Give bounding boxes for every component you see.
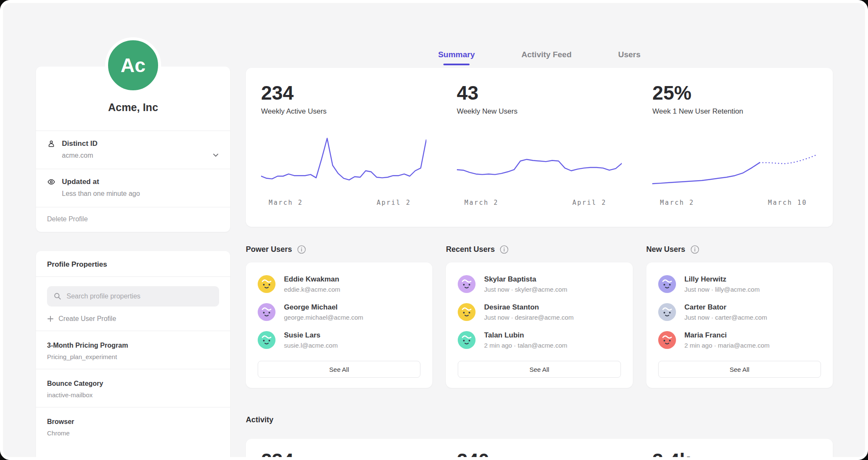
- user-name: Susie Lars: [284, 331, 338, 340]
- user-name: Eddie Kwakman: [284, 275, 340, 284]
- activity-card: 234 240 3.4k: [246, 439, 833, 460]
- x-axis-tick: March 2: [269, 199, 303, 206]
- user-avatar: [458, 303, 476, 321]
- activity-stat-column: 240: [442, 439, 637, 460]
- property-value: inactive-mailbox: [47, 391, 219, 399]
- field-label: Distinct ID: [62, 139, 97, 148]
- user-avatar: [458, 331, 476, 349]
- user-list-item[interactable]: Eddie Kwakman eddie.k@acme.com: [258, 275, 420, 293]
- chevron-down-icon[interactable]: [212, 152, 219, 159]
- property-value: Chrome: [47, 429, 219, 437]
- section-recent-users: Recent Users Skylar Baptista Just now · …: [446, 245, 632, 388]
- tab-bar: SummaryActivity FeedUsers: [246, 50, 833, 65]
- activity-stat-value: 234: [261, 451, 426, 460]
- plus-icon: [47, 315, 54, 322]
- user-list-item[interactable]: Maria Franci 2 min ago · maria@acme.com: [658, 331, 821, 349]
- delete-profile-button[interactable]: Delete Profile: [36, 207, 230, 232]
- x-axis-tick: March 10: [768, 199, 807, 206]
- eye-icon: [47, 178, 56, 186]
- stat-week-1-new-user-retention: 25% Week 1 New User Retention March 2 Ma…: [637, 68, 833, 227]
- stat-label: Weekly New Users: [457, 107, 622, 116]
- user-detail: 2 min ago · talan@acme.com: [484, 342, 567, 349]
- tab-activity-feed[interactable]: Activity Feed: [521, 50, 571, 65]
- x-axis-tick: March 2: [465, 199, 499, 206]
- user-name: Maria Franci: [684, 331, 770, 340]
- user-avatar: [258, 331, 275, 349]
- activity-title: Activity: [246, 415, 833, 424]
- stat-value: 234: [261, 83, 426, 103]
- section-title: Recent Users: [446, 245, 495, 254]
- company-profile-card: Ac Acme, Inc Distinct ID acme.com Update…: [36, 67, 230, 232]
- user-list-item[interactable]: Lilly Herwitz Just now · lilly@acme.com: [658, 275, 821, 293]
- section-title: Power Users: [246, 245, 292, 254]
- info-icon[interactable]: [500, 245, 509, 254]
- x-axis-tick: April 2: [377, 199, 411, 206]
- property-row[interactable]: Browser Chrome: [36, 407, 230, 445]
- field-label: Updated at: [62, 178, 99, 186]
- profile-properties-card: Profile Properties Create User Profile 3…: [36, 251, 230, 460]
- person-icon: [47, 139, 56, 148]
- property-row[interactable]: 3-Month Pricing Program Pricing_plan_exp…: [36, 331, 230, 369]
- property-label: Bounce Category: [47, 380, 219, 388]
- user-name: Skylar Baptista: [484, 275, 567, 284]
- user-list-item[interactable]: Skylar Baptista Just now · skyler@acme.c…: [458, 275, 620, 293]
- company-avatar: Ac: [105, 37, 161, 93]
- user-sections: Power Users Eddie Kwakman eddie.k@acme.c…: [246, 245, 833, 388]
- see-all-button[interactable]: See All: [658, 361, 821, 378]
- info-icon[interactable]: [690, 245, 699, 254]
- create-user-profile-button[interactable]: Create User Profile: [47, 315, 219, 323]
- activity-section: Activity 234 240 3.4k: [246, 415, 833, 460]
- section-power-users: Power Users Eddie Kwakman eddie.k@acme.c…: [246, 245, 432, 388]
- user-avatar: [458, 275, 476, 293]
- profile-field-row: Distinct ID acme.com: [36, 131, 230, 169]
- user-detail: Just now · carter@acme.com: [684, 314, 767, 321]
- see-all-button[interactable]: See All: [458, 361, 620, 378]
- create-user-profile-label: Create User Profile: [58, 315, 116, 323]
- summary-stats-card: 234 Weekly Active Users March 2 April 2 …: [246, 68, 833, 227]
- user-detail: susie.l@acme.com: [284, 342, 338, 349]
- activity-stat-value: 240: [457, 451, 622, 460]
- property-value: Pricing_plan_experiment: [47, 353, 219, 360]
- search-icon: [53, 292, 62, 301]
- sparkline-chart: [457, 134, 622, 197]
- user-detail: Just now · desirare@acme.com: [484, 314, 573, 321]
- sparkline-chart: [652, 134, 818, 197]
- user-list-item[interactable]: Carter Bator Just now · carter@acme.com: [658, 303, 821, 321]
- stat-value: 43: [457, 83, 622, 103]
- user-name: George Michael: [284, 303, 363, 312]
- company-name: Acme, Inc: [45, 101, 222, 114]
- user-avatar: [658, 275, 676, 293]
- stat-value: 25%: [652, 83, 818, 103]
- user-list-item[interactable]: Desirae Stanton Just now · desirare@acme…: [458, 303, 620, 321]
- see-all-button[interactable]: See All: [258, 361, 420, 378]
- info-icon[interactable]: [297, 245, 306, 254]
- user-name: Carter Bator: [684, 303, 767, 312]
- user-detail: Just now · lilly@acme.com: [684, 286, 760, 293]
- x-axis-tick: March 2: [660, 199, 694, 206]
- search-profile-properties-input[interactable]: [47, 286, 219, 307]
- field-value: Less than one minute ago: [62, 190, 219, 198]
- user-detail: 2 min ago · maria@acme.com: [684, 342, 770, 349]
- user-detail: george.michael@acme.com: [284, 314, 363, 321]
- profile-properties-title: Profile Properties: [36, 251, 230, 277]
- stat-weekly-active-users: 234 Weekly Active Users March 2 April 2: [246, 68, 442, 227]
- property-row[interactable]: Bounce Category inactive-mailbox: [36, 369, 230, 407]
- user-name: Desirae Stanton: [484, 303, 573, 312]
- stat-label: Week 1 New User Retention: [652, 107, 818, 116]
- x-axis-tick: April 2: [572, 199, 606, 206]
- profile-field-row: Updated at Less than one minute ago: [36, 169, 230, 207]
- tab-summary[interactable]: Summary: [438, 50, 475, 65]
- user-avatar: [658, 331, 676, 349]
- user-list-item[interactable]: Susie Lars susie.l@acme.com: [258, 331, 420, 349]
- user-list-item[interactable]: George Michael george.michael@acme.com: [258, 303, 420, 321]
- stat-label: Weekly Active Users: [261, 107, 426, 116]
- tab-users[interactable]: Users: [618, 50, 641, 65]
- sparkline-chart: [261, 134, 426, 197]
- user-list-item[interactable]: Talan Lubin 2 min ago · talan@acme.com: [458, 331, 620, 349]
- property-label: 3-Month Pricing Program: [47, 342, 219, 349]
- user-detail: eddie.k@acme.com: [284, 286, 340, 293]
- user-avatar: [258, 275, 275, 293]
- activity-stat-column: 3.4k: [637, 439, 833, 460]
- user-avatar: [658, 303, 676, 321]
- activity-stat-value: 3.4k: [652, 451, 818, 460]
